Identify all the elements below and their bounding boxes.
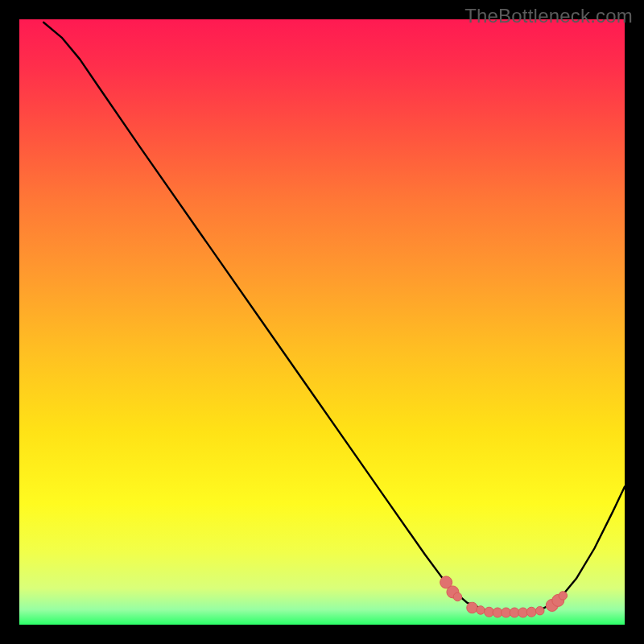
bottleneck-curve-chart xyxy=(0,0,644,644)
gradient-background xyxy=(19,19,625,625)
watermark-text: TheBottleneck.com xyxy=(464,5,633,27)
chart-container: TheBottleneck.com xyxy=(0,0,644,644)
data-dot xyxy=(467,602,478,613)
data-dot xyxy=(477,606,485,615)
data-dot xyxy=(526,607,536,617)
data-dot xyxy=(559,592,568,601)
data-dot xyxy=(535,606,544,615)
data-dot xyxy=(453,592,462,601)
